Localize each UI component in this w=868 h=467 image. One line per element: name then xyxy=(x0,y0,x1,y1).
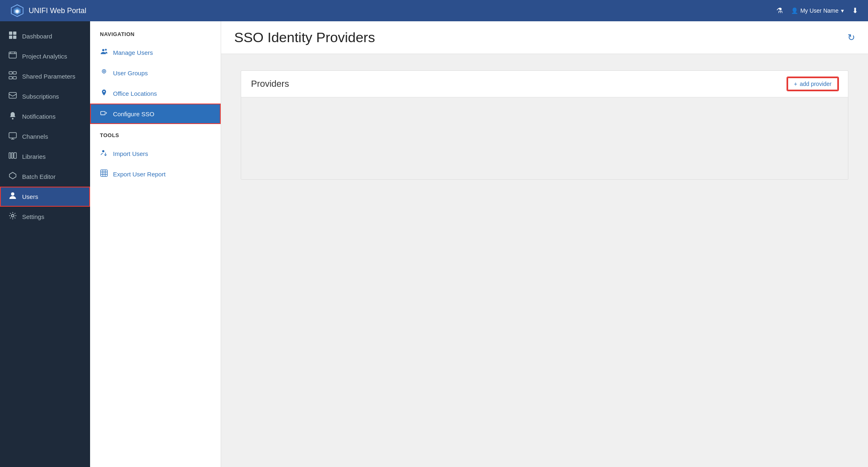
sidebar-item-channels[interactable]: Channels xyxy=(0,126,90,147)
svg-rect-34 xyxy=(101,170,107,176)
sidebar-item-libraries[interactable]: Libraries xyxy=(0,147,90,167)
nav-label-manage-users: Manage Users xyxy=(113,49,153,56)
add-provider-button[interactable]: + add provider xyxy=(787,77,838,90)
page-title: SSO Identity Providers xyxy=(234,29,375,45)
header-right: ⚗ 👤 My User Name ▾ ⬇ xyxy=(776,6,858,15)
import-users-tool-icon xyxy=(100,149,108,158)
svg-rect-8 xyxy=(9,52,16,58)
svg-rect-21 xyxy=(11,153,13,158)
providers-content xyxy=(241,97,848,179)
svg-marker-23 xyxy=(9,172,16,179)
svg-point-25 xyxy=(11,214,14,217)
content-header: SSO Identity Providers ↻ xyxy=(221,21,868,54)
sidebar-label-users: Users xyxy=(22,193,38,200)
sidebar-item-batch-editor[interactable]: Batch Editor xyxy=(0,167,90,187)
user-name: My User Name xyxy=(800,7,839,14)
user-icon: 👤 xyxy=(791,7,798,14)
sidebar-label-subscriptions: Subscriptions xyxy=(22,93,59,100)
sidebar-item-shared-parameters[interactable]: Shared Parameters xyxy=(0,66,90,86)
add-provider-label: add provider xyxy=(800,81,832,87)
notifications-icon xyxy=(8,111,17,122)
svg-point-29 xyxy=(103,70,105,72)
nav-item-user-groups[interactable]: User Groups xyxy=(90,63,221,83)
refresh-button[interactable]: ↻ xyxy=(848,32,855,43)
tool-item-import-users[interactable]: Import Users xyxy=(90,143,221,164)
flask-icon[interactable]: ⚗ xyxy=(776,6,783,15)
providers-title: Providers xyxy=(251,79,289,89)
user-menu[interactable]: 👤 My User Name ▾ xyxy=(791,7,844,14)
sidebar-label-settings: Settings xyxy=(22,213,44,220)
svg-rect-4 xyxy=(9,32,12,35)
svg-rect-7 xyxy=(13,36,16,39)
sidebar-item-subscriptions[interactable]: Subscriptions xyxy=(0,86,90,106)
batch-editor-icon xyxy=(8,171,17,182)
providers-header: Providers + add provider xyxy=(241,71,848,97)
svg-point-30 xyxy=(103,91,105,92)
main-content: SSO Identity Providers ↻ Providers + add… xyxy=(221,21,868,467)
settings-icon xyxy=(8,212,17,222)
app-logo: UNIFI Web Portal xyxy=(10,3,86,18)
project-analytics-icon xyxy=(8,51,17,61)
user-groups-nav-icon xyxy=(100,68,108,77)
configure-sso-nav-icon xyxy=(100,109,108,118)
dashboard-icon xyxy=(8,31,17,41)
plus-icon: + xyxy=(794,81,797,87)
users-icon xyxy=(8,192,17,202)
app-title: UNIFI Web Portal xyxy=(29,7,86,15)
svg-rect-5 xyxy=(13,32,16,35)
svg-rect-12 xyxy=(13,72,16,74)
export-user-report-tool-icon xyxy=(100,169,108,178)
svg-rect-14 xyxy=(13,77,16,79)
tool-item-export-user-report[interactable]: Export User Report xyxy=(90,164,221,184)
nav-item-office-locations[interactable]: Office Locations xyxy=(90,83,221,104)
svg-point-32 xyxy=(102,150,104,152)
tools-section-title: TOOLS xyxy=(90,132,221,143)
svg-rect-15 xyxy=(9,92,16,98)
nav-item-configure-sso[interactable]: Configure SSO xyxy=(90,104,221,124)
shared-parameters-icon xyxy=(8,71,17,81)
svg-rect-17 xyxy=(9,133,16,138)
svg-rect-20 xyxy=(9,153,11,158)
sidebar-label-dashboard: Dashboard xyxy=(22,33,52,40)
nav-section-title: NAVIGATION xyxy=(90,31,221,42)
nav-label-user-groups: User Groups xyxy=(113,70,148,77)
providers-container: Providers + add provider xyxy=(241,70,848,180)
sidebar-label-project-analytics: Project Analytics xyxy=(22,53,67,60)
svg-point-16 xyxy=(12,118,14,120)
sidebar-item-notifications[interactable]: Notifications xyxy=(0,106,90,126)
svg-rect-11 xyxy=(9,72,12,74)
download-icon[interactable]: ⬇ xyxy=(852,6,858,15)
libraries-icon xyxy=(8,151,17,162)
sidebar-item-dashboard[interactable]: Dashboard xyxy=(0,26,90,46)
svg-point-3 xyxy=(16,10,18,13)
sidebar-label-libraries: Libraries xyxy=(22,153,46,160)
header-left: UNIFI Web Portal xyxy=(10,3,86,18)
nav-label-configure-sso: Configure SSO xyxy=(113,111,154,117)
svg-point-26 xyxy=(102,49,104,51)
main-layout: DashboardProject AnalyticsShared Paramet… xyxy=(0,21,868,467)
tool-label-export-user-report: Export User Report xyxy=(113,171,165,178)
sidebar-item-users[interactable]: Users xyxy=(0,187,90,207)
logo-icon xyxy=(10,3,25,18)
nav-item-manage-users[interactable]: Manage Users xyxy=(90,42,221,63)
sidebar: DashboardProject AnalyticsShared Paramet… xyxy=(0,21,90,467)
svg-rect-22 xyxy=(14,153,16,158)
svg-point-24 xyxy=(11,192,14,196)
sidebar-label-channels: Channels xyxy=(22,133,48,140)
secondary-panel: NAVIGATION Manage UsersUser GroupsOffice… xyxy=(90,21,221,467)
svg-rect-13 xyxy=(9,77,12,79)
manage-users-nav-icon xyxy=(100,48,108,57)
subscriptions-icon xyxy=(8,91,17,102)
top-header: UNIFI Web Portal ⚗ 👤 My User Name ▾ ⬇ xyxy=(0,0,868,21)
svg-point-27 xyxy=(105,49,107,51)
chevron-down-icon: ▾ xyxy=(841,7,844,14)
channels-icon xyxy=(8,131,17,142)
nav-label-office-locations: Office Locations xyxy=(113,90,157,97)
sidebar-item-settings[interactable]: Settings xyxy=(0,207,90,227)
sidebar-label-notifications: Notifications xyxy=(22,113,56,120)
header-actions: ↻ xyxy=(848,32,855,43)
tool-label-import-users: Import Users xyxy=(113,150,148,157)
sidebar-item-project-analytics[interactable]: Project Analytics xyxy=(0,46,90,66)
sidebar-label-shared-parameters: Shared Parameters xyxy=(22,73,75,80)
sidebar-label-batch-editor: Batch Editor xyxy=(22,173,56,180)
